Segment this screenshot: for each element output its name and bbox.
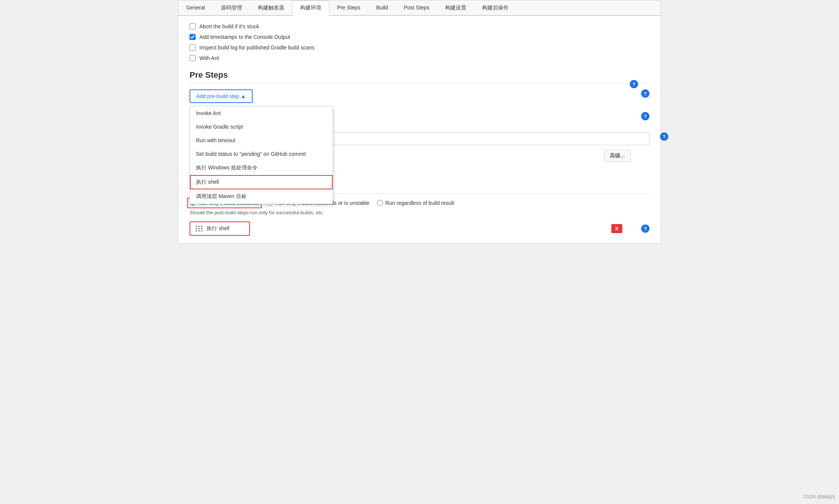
tab-pre-steps[interactable]: Pre Steps — [329, 0, 368, 15]
help-icon-prestep-1[interactable]: ? — [641, 89, 649, 98]
add-prebuild-button[interactable]: Add pre-build step ▲ — [190, 89, 253, 103]
dropdown-item-5[interactable]: 执行 shell — [190, 175, 333, 189]
checkbox-gradle[interactable] — [190, 45, 196, 51]
checkbox-row-3: With Ant — [190, 55, 649, 61]
checkbox-abort[interactable] — [190, 23, 196, 29]
tab-build-env[interactable]: 构建环境 — [292, 0, 329, 16]
radio-option-regardless[interactable]: Run regardless of build result — [377, 200, 454, 206]
dropdown-item-0[interactable]: Invoke Ant — [190, 106, 333, 120]
tab-build-settings[interactable]: 构建设置 — [437, 0, 474, 15]
checkbox-label-gradle: Inspect build log for published Gradle b… — [199, 45, 315, 51]
checkbox-label-timestamps: Add timestamps to the Console Output — [199, 34, 290, 40]
help-icon-shell[interactable]: ? — [641, 224, 649, 233]
tab-post-steps[interactable]: Post Steps — [396, 0, 437, 15]
add-prebuild-container: Add pre-build step ▲ Invoke Ant Invoke G… — [190, 89, 253, 103]
checkbox-row-0: Abort the build if it's stuck — [190, 23, 649, 29]
dropdown-item-4[interactable]: 执行 Windows 批处理命令 — [190, 161, 333, 175]
checkbox-ant[interactable] — [190, 55, 196, 61]
tab-bar: General 源码管理 构建触发器 构建环境 Pre Steps Build … — [178, 0, 661, 16]
post-steps-description: Should the post-build steps run only for… — [190, 210, 649, 215]
checkbox-timestamps[interactable] — [190, 34, 196, 40]
tab-build[interactable]: Build — [368, 0, 396, 15]
shell-block-row: 执行 shell X ? — [190, 221, 649, 236]
dropdown-item-2[interactable]: Run with timeout — [190, 134, 333, 147]
help-icon-checkboxes[interactable]: ? — [630, 80, 638, 88]
shell-grid-icon — [196, 226, 203, 232]
radio-regardless[interactable] — [377, 200, 383, 206]
prebuild-dropdown: Invoke Ant Invoke Gradle script Run with… — [190, 106, 333, 204]
shell-block-label: 执行 shell — [207, 225, 230, 232]
dropdown-item-3[interactable]: Set build status to "pending" on GitHub … — [190, 147, 333, 161]
dropdown-item-6[interactable]: 调用顶层 Maven 目标 — [190, 189, 333, 204]
radio-label-regardless: Run regardless of build result — [385, 200, 454, 206]
tab-post-build[interactable]: 构建后操作 — [474, 0, 517, 15]
checkbox-row-1: Add timestamps to the Console Output — [190, 34, 649, 40]
help-icon-prestep-3[interactable]: ? — [660, 132, 668, 141]
help-icon-prestep-2[interactable]: ? — [641, 112, 649, 120]
dropdown-item-1[interactable]: Invoke Gradle script — [190, 120, 333, 134]
delete-shell-button[interactable]: X — [611, 224, 622, 233]
tab-general[interactable]: General — [178, 0, 213, 15]
pre-steps-title: Pre Steps — [190, 70, 649, 83]
shell-block[interactable]: 执行 shell — [190, 221, 250, 236]
tab-source[interactable]: 源码管理 — [213, 0, 250, 15]
tab-triggers[interactable]: 构建触发器 — [250, 0, 292, 15]
checkbox-label-abort: Abort the build if it's stuck — [199, 23, 259, 29]
checkbox-row-2: Inspect build log for published Gradle b… — [190, 45, 649, 51]
checkbox-label-ant: With Ant — [199, 55, 219, 61]
advanced-button[interactable]: 高级... — [604, 150, 631, 162]
